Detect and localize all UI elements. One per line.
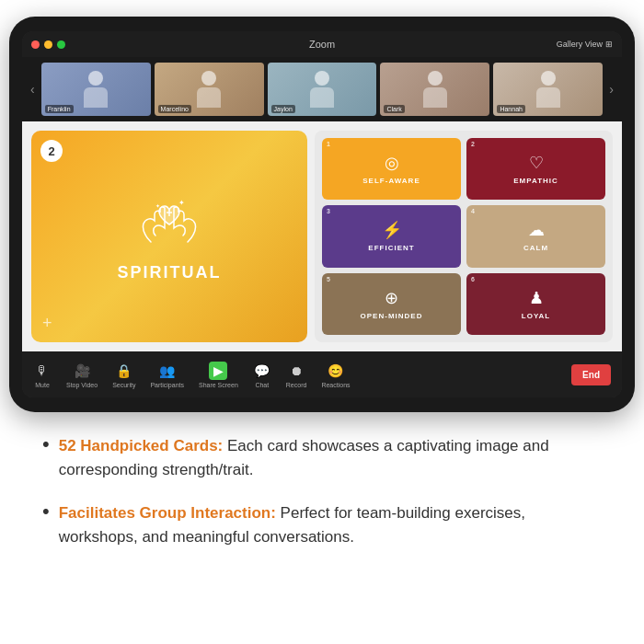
trait-number: 1	[327, 141, 330, 147]
trait-card-open-minded: 5 ⊕ OPEN-MINDED	[322, 273, 461, 335]
trait-number: 2	[471, 141, 475, 147]
trait-card-efficient: 3 ⚡ EFFICIENT	[322, 205, 461, 267]
reactions-label: Reactions	[321, 382, 350, 388]
bullet-text-cards: 52 Handpicked Cards: Each card showcases…	[59, 434, 602, 483]
svg-text:✦: ✦	[155, 203, 160, 209]
participants-row: ‹ Franklin Marcelino	[22, 57, 622, 121]
trait-icon: ◎	[385, 153, 399, 173]
trait-name: EFFICIENT	[368, 244, 414, 252]
card-number: 2	[40, 140, 63, 162]
main-content: 2	[22, 121, 622, 351]
chat-label: Chat	[255, 382, 269, 388]
mute-icon: 🎙	[33, 362, 52, 380]
spiritual-card: 2	[31, 131, 307, 342]
close-window-button[interactable]	[31, 40, 40, 49]
trait-icon: ♟	[529, 288, 544, 308]
participant-name: Jaylon	[271, 105, 295, 113]
trait-name: CALM	[523, 244, 548, 252]
trait-name: SELF-AWARE	[362, 177, 420, 185]
traits-grid: 1 ◎ SELF-AWARE 2 ♡ EMPATHIC 3 ⚡ EFFICIEN…	[315, 131, 613, 342]
gallery-view-button[interactable]: Gallery View ⊞	[557, 40, 613, 49]
bullet-dot: •	[42, 432, 50, 456]
tablet-device: Zoom Gallery View ⊞ ‹ Franklin	[9, 17, 635, 412]
trait-card-loyal: 6 ♟ LOYAL	[466, 273, 605, 335]
next-participant-button[interactable]: ›	[606, 82, 616, 97]
mute-label: Mute	[35, 382, 50, 388]
spiritual-icon-area: ✦ ✦ SPIRITUAL	[42, 142, 296, 331]
trait-card-self-aware: 1 ◎ SELF-AWARE	[322, 138, 461, 200]
share-screen-button[interactable]: ▶ Share Screen	[199, 362, 238, 388]
app-title: Zoom	[309, 39, 335, 50]
mute-button[interactable]: 🎙 Mute	[33, 362, 52, 388]
reactions-button[interactable]: 😊 Reactions	[321, 362, 350, 388]
highlight-interaction: Facilitates Group Interaction:	[59, 504, 276, 522]
spiritual-icon: ✦ ✦	[132, 191, 206, 256]
add-card-button[interactable]: +	[42, 314, 52, 333]
svg-text:✦: ✦	[178, 199, 185, 207]
trait-icon: ⚡	[382, 220, 402, 240]
trait-number: 5	[327, 276, 330, 282]
zoom-bottombar: 🎙 Mute 🎥 Stop Video 🔒 Security 👥 Partici…	[22, 351, 622, 397]
bullet-item-interaction: • Facilitates Group Interaction: Perfect…	[42, 501, 602, 550]
trait-number: 3	[327, 208, 330, 214]
chat-button[interactable]: 💬 Chat	[253, 362, 271, 388]
text-content: • 52 Handpicked Cards: Each card showcas…	[24, 434, 620, 568]
gallery-view-label: Gallery View	[557, 40, 603, 49]
trait-icon: ⊕	[385, 288, 398, 308]
trait-number: 4	[471, 208, 475, 214]
participant-name: Marcelino	[158, 105, 191, 113]
participant-thumb: Jaylon	[268, 63, 377, 116]
gallery-icon: ⊞	[605, 40, 613, 49]
record-icon: ⏺	[287, 362, 305, 380]
zoom-topbar: Zoom Gallery View ⊞	[22, 31, 622, 57]
trait-name: LOYAL	[522, 312, 550, 320]
chat-icon: 💬	[253, 362, 271, 380]
trait-icon: ☁	[528, 220, 545, 240]
share-screen-label: Share Screen	[199, 382, 238, 388]
trait-card-calm: 4 ☁ CALM	[466, 205, 605, 267]
participant-name: Franklin	[45, 105, 74, 113]
bullet-text-interaction: Facilitates Group Interaction: Perfect f…	[59, 501, 602, 550]
window-controls	[31, 40, 65, 49]
participants-icon: 👥	[158, 362, 177, 380]
spiritual-label: SPIRITUAL	[117, 263, 221, 282]
participant-name: Clark	[384, 105, 404, 113]
prev-participant-button[interactable]: ‹	[28, 82, 38, 97]
trait-icon: ♡	[529, 153, 544, 173]
highlight-cards: 52 Handpicked Cards:	[59, 437, 224, 454]
participants-button[interactable]: 👥 Participants	[150, 362, 184, 388]
trait-name: EMPATHIC	[513, 177, 558, 185]
security-icon: 🔒	[115, 362, 133, 380]
participant-thumb: Hannah	[493, 63, 603, 116]
participants-label: Participants	[150, 382, 184, 388]
minimize-window-button[interactable]	[44, 40, 52, 49]
trait-number: 6	[471, 276, 475, 282]
record-label: Record	[286, 382, 307, 388]
trait-name: OPEN-MINDED	[361, 312, 423, 320]
reactions-icon: 😊	[327, 362, 345, 380]
participant-name: Hannah	[497, 105, 525, 113]
zoom-controls: 🎙 Mute 🎥 Stop Video 🔒 Security 👥 Partici…	[33, 362, 351, 388]
fullscreen-window-button[interactable]	[57, 40, 65, 49]
bullet-dot: •	[42, 500, 50, 523]
stop-video-button[interactable]: 🎥 Stop Video	[66, 362, 98, 388]
tablet-screen: Zoom Gallery View ⊞ ‹ Franklin	[22, 31, 622, 397]
security-label: Security	[112, 382, 135, 388]
video-icon: 🎥	[73, 362, 91, 380]
end-meeting-button[interactable]: End	[571, 364, 611, 385]
participant-thumb: Franklin	[41, 63, 151, 116]
trait-card-empathic: 2 ♡ EMPATHIC	[466, 138, 605, 200]
security-button[interactable]: 🔒 Security	[112, 362, 135, 388]
participant-thumb: Clark	[380, 63, 489, 116]
record-button[interactable]: ⏺ Record	[286, 362, 307, 388]
participant-thumb: Marcelino	[155, 63, 264, 116]
bullet-item-cards: • 52 Handpicked Cards: Each card showcas…	[42, 434, 602, 483]
stop-video-label: Stop Video	[66, 382, 98, 388]
share-screen-icon: ▶	[209, 362, 227, 380]
